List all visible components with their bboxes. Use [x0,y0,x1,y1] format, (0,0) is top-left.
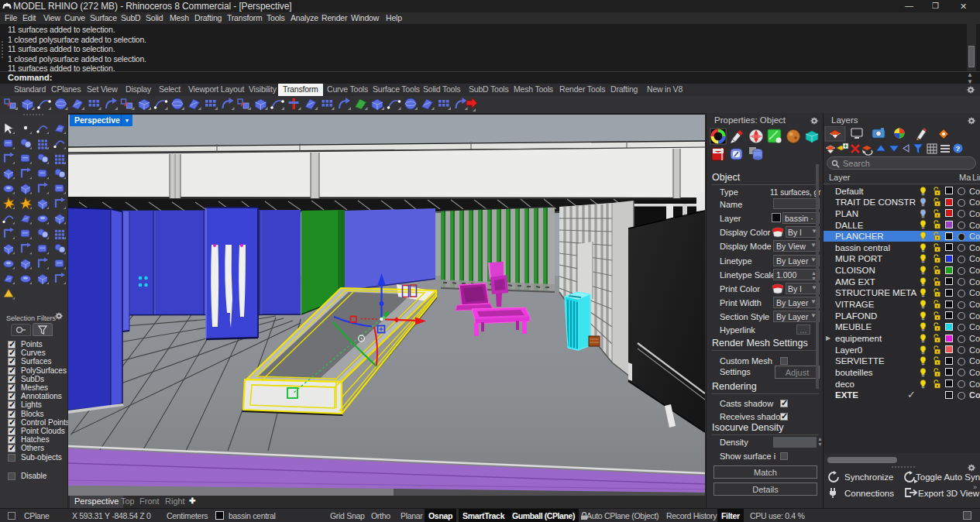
svg-text:?: ? [956,144,961,153]
